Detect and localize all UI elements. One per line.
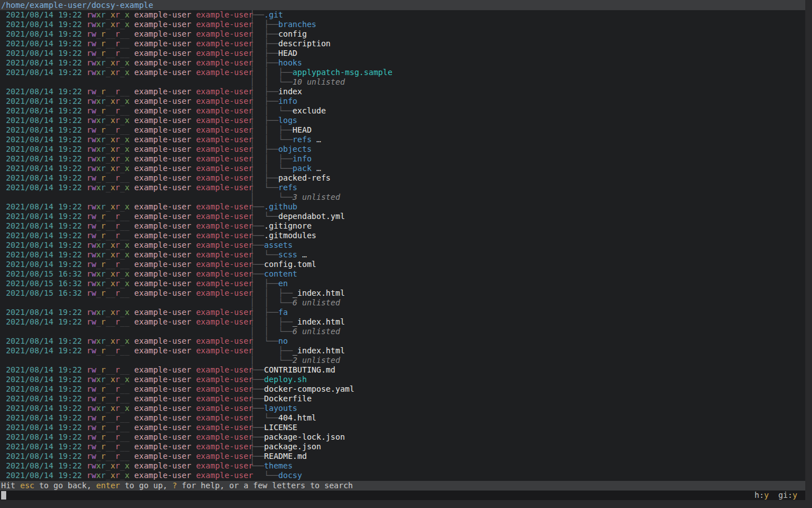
tree-branch-lines: ├── [250, 10, 264, 19]
tree-row[interactable]: 2021/08/14 19:22 rw_r__r__ example-user … [0, 106, 805, 116]
row-datetime: 2021/08/14 19:22 [1, 423, 87, 432]
file-meta: 2021/08/14 19:22 rw_r__r__ example-user … [1, 432, 253, 442]
tree-row[interactable]: 2021/08/14 19:22 rwxr_xr_x example-user … [0, 135, 805, 144]
tree-row[interactable]: 2021/08/14 19:22 rw_r__r__ example-user … [0, 413, 805, 423]
tree-row[interactable]: 2021/08/14 19:22 rw_r__r__ example-user … [0, 346, 805, 356]
tree-row[interactable]: 2021/08/14 19:22 rw_r__r__ example-user … [0, 39, 805, 49]
row-perm-char: _ [125, 346, 129, 355]
tree-row[interactable]: 2021/08/14 19:22 rw_r__r__ example-user … [0, 442, 805, 452]
file-meta: 2021/08/14 19:22 rw_r__r__ example-user … [1, 125, 253, 135]
tree-row[interactable]: │ └──3 unlisted [0, 192, 805, 202]
entry-name: scss [279, 250, 298, 259]
file-meta: 2021/08/14 19:22 rwxr_xr_x example-user … [1, 240, 253, 250]
tree-row[interactable]: 2021/08/15 16:32 rw_r__r__ example-user … [0, 288, 805, 298]
row-group: example-user [191, 308, 253, 317]
row-group: example-user [191, 346, 253, 355]
tree-row[interactable]: 2021/08/14 19:22 rw_r__r__ example-user … [0, 173, 805, 183]
tree-row[interactable]: 2021/08/14 19:22 rwxr_xr_x example-user … [0, 97, 805, 106]
tree-row[interactable]: 2021/08/14 19:22 rwxr_xr_x example-user … [0, 116, 805, 125]
row-perm-char: r [115, 39, 120, 48]
tree-row[interactable]: 2021/08/14 19:22 rw_r__r__ example-user … [0, 365, 805, 375]
tree-row[interactable]: 2021/08/14 19:22 rwxr_xr_x example-user … [0, 183, 805, 192]
tree-row[interactable]: 2021/08/14 19:22 rwxr_xr_x example-user … [0, 240, 805, 250]
search-input[interactable]: h:y gi:y [0, 491, 805, 500]
tree-row[interactable]: 2021/08/14 19:22 rw_r__r__ example-user … [0, 317, 805, 327]
tree-row[interactable]: 2021/08/14 19:22 rw_r__r__ example-user … [0, 87, 805, 97]
tree-branch-lines: │ ├── [250, 20, 279, 29]
tree-row[interactable]: 2021/08/15 16:32 rwxr_xr_x example-user … [0, 269, 805, 279]
row-perm-char: r [115, 116, 120, 125]
tree-entry: │ │ └──refs … [250, 135, 321, 144]
tree-row[interactable]: 2021/08/14 19:22 rwxr_xr_x example-user … [0, 336, 805, 346]
tree-row[interactable]: 2021/08/14 19:22 rwxr_xr_x example-user … [0, 461, 805, 471]
tree-row[interactable]: │ │ └──6 unlisted [0, 298, 805, 308]
row-datetime: 2021/08/14 19:22 [1, 375, 87, 384]
tree-entry: │ └──3 unlisted [250, 192, 340, 202]
entry-name: README.md [264, 452, 307, 461]
tree-row[interactable]: 2021/08/14 19:22 rwxr_xr_x example-user … [0, 202, 805, 212]
row-perm-char: w [91, 135, 96, 144]
tree-row[interactable]: 2021/08/14 19:22 rwxr_xr_x example-user … [0, 250, 805, 260]
tree-row[interactable]: 2021/08/14 19:22 rwxr_xr_x example-user … [0, 144, 805, 154]
row-perm-char: w [91, 144, 96, 154]
tree-row[interactable]: 2021/08/14 19:22 rw_r__r__ example-user … [0, 212, 805, 221]
tree-row[interactable]: 2021/08/14 19:22 rwxr_xr_x example-user … [0, 10, 805, 20]
row-perm-char: w [91, 164, 96, 173]
row-perm-char: x [96, 336, 101, 345]
row-perm-char: _ [105, 250, 110, 259]
tree-row[interactable]: 2021/08/14 19:22 rwxr_xr_x example-user … [0, 375, 805, 384]
row-owner: example-user [130, 442, 192, 451]
tree-row[interactable]: │ │ └──10 unlisted [0, 77, 805, 87]
tree-row[interactable]: 2021/08/14 19:22 rwxr_xr_x example-user … [0, 154, 805, 164]
row-perm-char: r [87, 384, 91, 393]
row-perm-char: r [115, 135, 120, 144]
status-text: to go up, [120, 481, 173, 490]
tree-row[interactable]: 2021/08/14 19:22 rwxr_xr_x example-user … [0, 471, 805, 480]
row-perm-char: x [96, 250, 101, 259]
row-perm-char: r [87, 452, 91, 461]
row-perm-char: _ [105, 221, 110, 230]
row-perm-char: r [115, 461, 120, 470]
row-datetime: 2021/08/14 19:22 [1, 125, 87, 134]
tree-row[interactable]: 2021/08/14 19:22 rwxr_xr_x example-user … [0, 308, 805, 317]
row-owner: example-user [130, 39, 192, 48]
row-perm-char: r [115, 346, 120, 355]
tree-row[interactable]: 2021/08/14 19:22 rw_r__r__ example-user … [0, 125, 805, 135]
file-meta: 2021/08/14 19:22 rwxr_xr_x example-user … [1, 336, 253, 346]
file-meta: 2021/08/14 19:22 rwxr_xr_x example-user … [1, 58, 253, 68]
row-perm-char: _ [120, 154, 125, 163]
tree-row[interactable]: 2021/08/14 19:22 rwxr_xr_x example-user … [0, 404, 805, 413]
row-perm-char: w [91, 87, 96, 96]
row-group: example-user [191, 202, 253, 211]
tree-row[interactable]: 2021/08/14 19:22 rw_r__r__ example-user … [0, 384, 805, 394]
tree-row[interactable]: 2021/08/14 19:22 rw_r__r__ example-user … [0, 394, 805, 404]
entry-name: hooks [279, 58, 302, 67]
tree-row[interactable]: 2021/08/15 16:32 rwxr_xr_x example-user … [0, 279, 805, 288]
tree-row[interactable]: 2021/08/14 19:22 rw_r__r__ example-user … [0, 49, 805, 58]
tree-row[interactable]: 2021/08/14 19:22 rw_r__r__ example-user … [0, 452, 805, 461]
tree-row[interactable]: 2021/08/14 19:22 rwxr_xr_x example-user … [0, 20, 805, 29]
tree-row[interactable]: 2021/08/14 19:22 rwxr_xr_x example-user … [0, 68, 805, 77]
tree-row[interactable]: 2021/08/14 19:22 rw_r__r__ example-user … [0, 231, 805, 240]
tree-row[interactable]: 2021/08/14 19:22 rw_r__r__ example-user … [0, 423, 805, 432]
row-perm-char: x [125, 68, 129, 77]
tree-row[interactable]: │ │ └──6 unlisted [0, 327, 805, 336]
tree-entry: ├──.github [250, 202, 297, 212]
tree-row[interactable]: 2021/08/14 19:22 rw_r__r__ example-user … [0, 221, 805, 231]
tree-row[interactable]: 2021/08/14 19:22 rwxr_xr_x example-user … [0, 164, 805, 173]
entry-name: themes [264, 461, 293, 470]
row-perm-char: _ [120, 202, 125, 211]
row-perm-char: w [91, 106, 96, 115]
row-perm-char: _ [125, 384, 129, 393]
tree-row[interactable]: 2021/08/14 19:22 rwxr_xr_x example-user … [0, 58, 805, 68]
tree-row[interactable]: 2021/08/14 19:22 rw_r__r__ example-user … [0, 260, 805, 269]
tree-entry: │ ├──config [250, 29, 307, 39]
tree-branch-lines: │ │ └── [250, 298, 293, 307]
tree-row[interactable]: 2021/08/14 19:22 rw_r__r__ example-user … [0, 29, 805, 39]
tree-row[interactable]: │ └──2 unlisted [0, 356, 805, 365]
tree-branch-lines: │ │ └── [250, 164, 293, 173]
row-perm-char: x [125, 97, 129, 106]
file-meta: 2021/08/14 19:22 rwxr_xr_x example-user … [1, 144, 253, 154]
row-perm-char: w [91, 384, 96, 393]
tree-row[interactable]: 2021/08/14 19:22 rw_r__r__ example-user … [0, 432, 805, 442]
